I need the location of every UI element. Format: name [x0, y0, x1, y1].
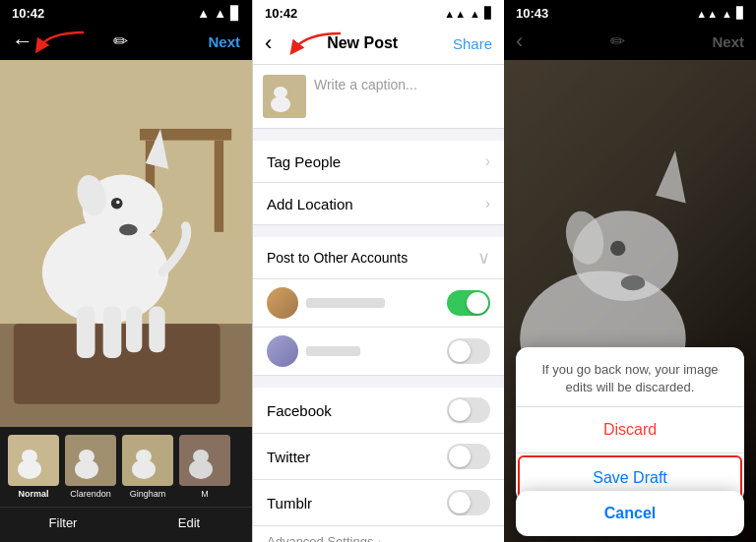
account-row-2	[253, 328, 504, 376]
filter-gingham[interactable]: Gingham	[122, 435, 173, 499]
svg-point-11	[119, 224, 138, 236]
filter-label-normal: Normal	[18, 489, 48, 499]
add-location-label: Add Location	[267, 196, 353, 212]
filter-thumb-m	[179, 435, 230, 486]
filter-tab-edit[interactable]: Edit	[126, 508, 252, 538]
svg-rect-4	[140, 129, 231, 141]
post-to-other-label: Post to Other Accounts	[267, 250, 408, 266]
account-toggle-1[interactable]	[447, 290, 490, 316]
edit-icon-3[interactable]: ✏	[610, 30, 625, 52]
advanced-chevron-icon: ›	[377, 535, 381, 543]
back-button-2[interactable]: ‹	[265, 30, 272, 56]
tumblr-row: Tumblr	[253, 480, 504, 526]
red-arrow-indicator-1	[30, 28, 89, 57]
status-bar-1: 10:42 ▲ ▲ ▊	[0, 0, 252, 25]
svg-rect-14	[77, 307, 95, 358]
action-sheet: If you go back now, your image edits wil…	[516, 347, 744, 503]
twitter-row: Twitter	[253, 434, 504, 480]
edit-icon-1[interactable]: ✏	[113, 30, 128, 52]
filter-thumb-clarendon	[65, 435, 116, 486]
facebook-label: Facebook	[267, 402, 332, 419]
back-button-3[interactable]: ‹	[516, 29, 523, 54]
svg-point-20	[22, 450, 37, 463]
battery-icon-3: ▊	[736, 7, 744, 20]
svg-point-26	[136, 450, 152, 463]
filter-normal[interactable]: Normal	[8, 435, 59, 499]
account-row-1	[253, 279, 504, 328]
time-1: 10:42	[12, 6, 44, 21]
battery-icon-2: ▊	[484, 7, 492, 20]
edit-panel: 10:42 ▲ ▲ ▊ ← ✏ Next	[0, 0, 252, 542]
svg-point-39	[621, 275, 646, 290]
filter-label-m: M	[201, 489, 209, 499]
post-to-other-header: Post to Other Accounts ∨	[253, 237, 504, 279]
account-toggle-2[interactable]	[447, 338, 490, 364]
chevron-location: ›	[485, 195, 490, 212]
filter-thumbnails: Normal Clarendon	[0, 435, 252, 499]
account-info-2	[267, 335, 360, 367]
next-button-1[interactable]: Next	[208, 33, 240, 50]
facebook-row: Facebook	[253, 388, 504, 434]
toggle-knob-2	[449, 340, 471, 362]
status-bar-2: 10:42 ▲▲ ▲ ▊	[253, 0, 504, 25]
menu-section: Tag People › Add Location ›	[253, 141, 504, 225]
filter-strip: Normal Clarendon	[0, 427, 252, 542]
tumblr-toggle[interactable]	[447, 490, 490, 515]
twitter-label: Twitter	[267, 449, 310, 465]
status-icons-2: ▲▲ ▲ ▊	[444, 7, 492, 20]
svg-point-33	[274, 87, 287, 98]
avatar-1	[267, 287, 298, 319]
next-button-3[interactable]: Next	[712, 33, 744, 50]
account-name-2	[306, 346, 360, 356]
wifi-icon: ▲	[214, 6, 226, 21]
status-bar-3: 10:43 ▲▲ ▲ ▊	[504, 0, 756, 25]
discard-button[interactable]: Discard	[516, 407, 744, 453]
caption-thumbnail	[263, 75, 306, 118]
signal-icon-2: ▲▲	[444, 8, 466, 20]
filter-m[interactable]: M	[179, 435, 230, 499]
caption-placeholder[interactable]: Write a caption...	[314, 75, 494, 92]
photo-area-3: If you go back now, your image edits wil…	[504, 60, 756, 542]
status-icons-3: ▲▲ ▲ ▊	[696, 7, 744, 20]
facebook-toggle[interactable]	[447, 397, 490, 423]
wifi-icon-3: ▲	[722, 8, 732, 20]
cancel-sheet: Cancel	[516, 491, 744, 536]
svg-point-23	[79, 450, 94, 463]
twitter-toggle[interactable]	[447, 444, 490, 469]
svg-rect-6	[215, 141, 223, 232]
svg-rect-17	[149, 307, 164, 353]
filter-clarendon[interactable]: Clarendon	[65, 435, 116, 499]
signal-icon: ▲	[197, 6, 210, 21]
account-info-1	[267, 287, 385, 319]
new-post-panel: 10:42 ▲▲ ▲ ▊ ‹ New Post Share	[252, 0, 504, 542]
battery-icon: ▊	[230, 6, 240, 21]
photo-area-1	[0, 60, 252, 427]
filter-tabs: Filter Edit	[0, 507, 252, 538]
svg-point-29	[193, 450, 209, 463]
account-name-1	[306, 298, 385, 308]
add-location-item[interactable]: Add Location ›	[253, 183, 504, 225]
cancel-button[interactable]: Cancel	[516, 491, 744, 536]
svg-rect-16	[126, 307, 142, 353]
caption-area: Write a caption...	[253, 65, 504, 129]
social-section: Facebook Twitter Tumblr Advanced Setting…	[253, 388, 504, 542]
signal-icon-3: ▲▲	[696, 8, 718, 20]
wifi-icon-2: ▲	[470, 8, 480, 20]
toggle-knob-1	[467, 292, 488, 314]
svg-point-40	[610, 241, 625, 256]
tag-people-label: Tag People	[267, 153, 341, 170]
filter-thumb-gingham	[122, 435, 173, 486]
action-sheet-message: If you go back now, your image edits wil…	[516, 347, 744, 407]
filter-tab-filter[interactable]: Filter	[0, 508, 126, 538]
svg-point-32	[271, 96, 290, 112]
svg-rect-15	[103, 307, 122, 358]
share-button[interactable]: Share	[453, 35, 492, 52]
filter-thumb-normal	[8, 435, 59, 486]
filter-label-clarendon: Clarendon	[70, 489, 111, 499]
advanced-settings-row[interactable]: Advanced Settings ›	[253, 526, 504, 542]
confirm-top-bar: ‹ ✏ Next	[504, 25, 756, 60]
tag-people-item[interactable]: Tag People ›	[253, 141, 504, 183]
chevron-tag: ›	[485, 152, 490, 170]
tumblr-label: Tumblr	[267, 495, 312, 512]
avatar-2	[267, 335, 298, 367]
